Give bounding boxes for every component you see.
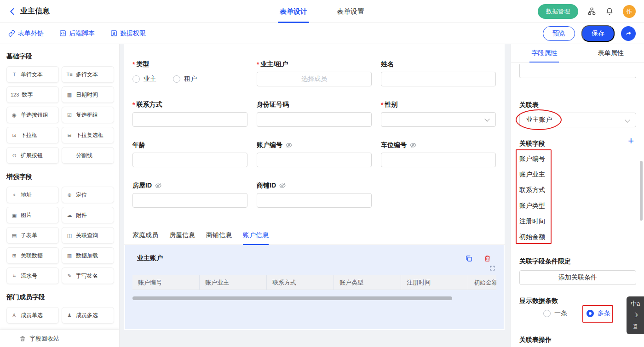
- tab-form-settings[interactable]: 表单设置: [335, 0, 366, 23]
- radio-group: 业主租户: [132, 72, 247, 86]
- related-fields-list: 账户编号账户业主联系方式账户类型注册时间初始金额: [519, 151, 593, 245]
- related-table-value: 业主账户: [526, 116, 552, 124]
- tab-form-design[interactable]: 表单设计: [278, 0, 309, 23]
- field-recycle-bin[interactable]: 字段回收站: [0, 330, 119, 347]
- form-external-link[interactable]: 表单外链: [8, 29, 44, 38]
- tab-form-properties[interactable]: 表单属性: [578, 44, 644, 62]
- radio-icon: [132, 75, 140, 83]
- form-card: *类型业主租户*业主/租户选择成员姓名*联系方式身份证号码*性别年龄账户编号车位…: [124, 44, 505, 330]
- related-field-item[interactable]: 账户编号: [519, 151, 593, 166]
- add-condition-button[interactable]: 添加关联条件: [519, 270, 636, 285]
- input-field[interactable]: [381, 72, 496, 86]
- signature-icon: ✎: [66, 273, 73, 279]
- share-button[interactable]: [621, 26, 636, 41]
- sidebar-field-item[interactable]: ▥数据加载: [62, 247, 114, 264]
- back-icon[interactable]: [8, 7, 17, 16]
- input-field[interactable]: [132, 153, 247, 167]
- select-field[interactable]: [381, 112, 496, 127]
- radio-label: 一条: [554, 309, 567, 318]
- related-table-select[interactable]: 业主账户: [519, 113, 636, 127]
- radio-label: 多条: [598, 309, 610, 318]
- add-field-icon[interactable]: +: [628, 136, 634, 146]
- sidebar-field-item[interactable]: ◫关联查询: [62, 227, 114, 244]
- sidebar-field-item[interactable]: T单行文本: [6, 66, 59, 83]
- eye-invisible-icon: [286, 142, 292, 148]
- data-permission-link[interactable]: 数据权限: [110, 29, 146, 38]
- bell-icon[interactable]: [605, 7, 614, 16]
- radio-option[interactable]: 业主: [132, 75, 156, 83]
- sidebar-field-item[interactable]: ⊟下拉复选框: [62, 127, 114, 143]
- related-field-item[interactable]: 注册时间: [519, 213, 593, 229]
- input-field[interactable]: [132, 193, 247, 208]
- sidebar-field-item[interactable]: 123数字: [6, 86, 59, 103]
- sidebar-field-item[interactable]: ☑复选框组: [62, 107, 114, 123]
- field-label-text: 业主/租户: [260, 60, 288, 68]
- sidebar-field-item[interactable]: —分割线: [62, 147, 114, 164]
- back-nav[interactable]: 业主信息: [0, 6, 50, 16]
- sidebar-field-item[interactable]: ⊕定位: [62, 187, 114, 203]
- copy-icon[interactable]: [465, 255, 473, 262]
- delete-icon[interactable]: [483, 255, 491, 262]
- subform-tab[interactable]: 房屋信息: [169, 231, 195, 245]
- related-field-item[interactable]: 联系方式: [519, 182, 593, 198]
- sidebar-field-item[interactable]: ⌖地址: [6, 187, 59, 203]
- subform-tab[interactable]: 商铺信息: [206, 231, 232, 245]
- input-field[interactable]: [132, 112, 247, 127]
- dark-mode-icon[interactable]: ☽: [632, 311, 638, 319]
- related-field-item[interactable]: 账户业主: [519, 166, 593, 182]
- dropdown-multi-icon: ⊟: [66, 132, 73, 138]
- sidebar-field-item[interactable]: ♟成员多选: [62, 307, 114, 324]
- input-field[interactable]: [257, 112, 372, 127]
- translate-icon[interactable]: 中a: [631, 300, 640, 308]
- sidebar-field-item[interactable]: T≡多行文本: [62, 66, 114, 83]
- field-type-label: 单行文本: [21, 71, 43, 79]
- preview-button[interactable]: 预览: [543, 26, 575, 41]
- input-field[interactable]: [381, 153, 496, 167]
- tower-icon[interactable]: ♖: [632, 323, 638, 331]
- sidebar-field-item[interactable]: ▣图片: [6, 207, 59, 223]
- sidebar-field-item[interactable]: ♙成员单选: [6, 307, 59, 324]
- save-button[interactable]: 保存: [581, 25, 615, 42]
- sidebar-field-item[interactable]: ◉单选按钮组: [6, 107, 59, 123]
- field-type-label: 附件: [76, 211, 87, 219]
- expand-icon[interactable]: [489, 265, 495, 273]
- subtable-section[interactable]: 业主账户 账户编号账户业主联系: [125, 245, 504, 329]
- display-count-option[interactable]: 一条: [543, 309, 567, 318]
- sidebar-field-item[interactable]: ⊞关联数据: [6, 247, 59, 264]
- sidebar-field-item[interactable]: ✎手写签名: [62, 267, 114, 284]
- sidebar-field-item[interactable]: ☁附件: [62, 207, 114, 223]
- data-manage-button[interactable]: 数据管理: [538, 4, 578, 19]
- field-library-sidebar: 基础字段T单行文本T≡多行文本123数字▦日期时间◉单选按钮组☑复选框组⊡下拉框…: [0, 44, 120, 347]
- related-field-item[interactable]: 初始金额: [519, 229, 593, 245]
- field-label-text: 房屋ID: [132, 182, 152, 190]
- input-field[interactable]: 选择成员: [257, 72, 372, 86]
- sidebar-field-item[interactable]: ▤子表单: [6, 227, 59, 244]
- header-actions: 数据管理 作: [538, 4, 636, 19]
- panel-scrollbar[interactable]: [640, 161, 643, 221]
- field-label-text: 商铺ID: [257, 182, 276, 190]
- tab-field-properties[interactable]: 字段属性: [511, 44, 578, 62]
- radio-group-icon: ◉: [11, 112, 18, 118]
- input-placeholder: 选择成员: [301, 75, 327, 83]
- header: 业主信息 表单设计 表单设置 数据管理 作: [0, 0, 644, 23]
- subform-tab[interactable]: 家庭成员: [132, 231, 158, 245]
- subtable-scrollbar[interactable]: [132, 296, 452, 300]
- sidebar-field-item[interactable]: ⊡下拉框: [6, 127, 59, 143]
- related-field-item[interactable]: 账户类型: [519, 198, 593, 213]
- sidebar-field-item[interactable]: ▦日期时间: [62, 86, 114, 103]
- sidebar-field-item[interactable]: ⌗流水号: [6, 267, 59, 284]
- display-count-label: 显示数据条数: [519, 297, 558, 305]
- workflow-icon[interactable]: [587, 7, 596, 16]
- sidebar-field-item[interactable]: ⊜扩展按钮: [6, 147, 59, 164]
- float-widget: 中a☽♖: [627, 296, 644, 334]
- form-field-label: 房屋ID: [132, 181, 247, 190]
- display-count-option[interactable]: 多条: [586, 309, 610, 318]
- radio-option[interactable]: 租户: [173, 75, 197, 83]
- panel-field-input[interactable]: [519, 64, 636, 78]
- form-field-label: 商铺ID: [257, 181, 372, 190]
- backend-script-link[interactable]: 后端脚本: [59, 29, 95, 38]
- avatar[interactable]: 作: [623, 5, 636, 18]
- subform-tab[interactable]: 账户信息: [243, 231, 269, 245]
- input-field[interactable]: [257, 193, 372, 208]
- input-field[interactable]: [257, 153, 372, 167]
